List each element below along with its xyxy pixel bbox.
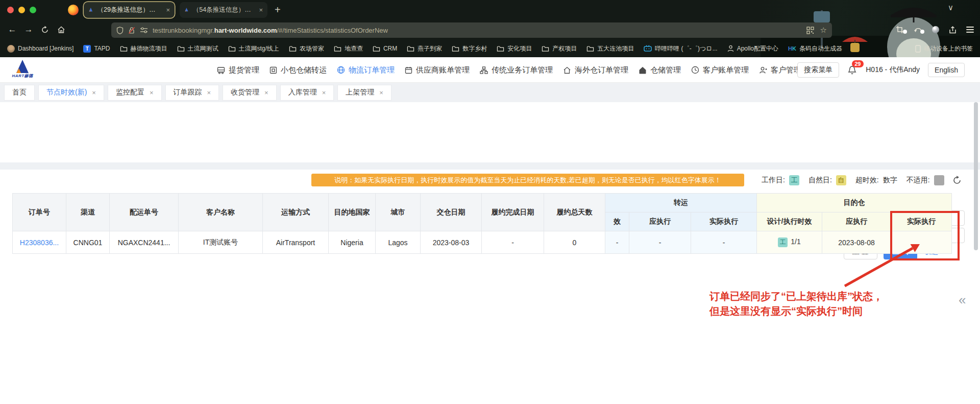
page-tab[interactable]: 订单跟踪 × — [165, 85, 219, 101]
group-transfer: 转运 — [605, 194, 757, 212]
nav-item-logistics-orders[interactable]: 物流订单管理 — [337, 65, 395, 75]
bookmark-item[interactable]: 燕子到家 — [407, 44, 442, 53]
bookmark-label: Apollo配置中心 — [737, 44, 778, 53]
forward-button[interactable]: → — [20, 25, 37, 35]
notifications[interactable]: 29 — [847, 65, 857, 75]
bookmark-item[interactable]: CRM — [373, 45, 397, 52]
mobile-bookmarks-item[interactable]: 移动设备上的书签 — [915, 44, 973, 53]
close-tab-icon[interactable]: × — [166, 6, 170, 14]
close-icon[interactable]: × — [322, 89, 326, 97]
bookmark-item[interactable]: HK 条码自动生成器 — [788, 44, 842, 53]
app-logo[interactable]: HART赫德 — [11, 59, 34, 79]
notice-banner: 说明：如果无实际执行日期，执行时效展示的值为截至当天为止已经消耗的天数,若已超期… — [311, 174, 744, 186]
close-window-button[interactable] — [7, 7, 14, 13]
bookmark-star-icon[interactable]: ☆ — [820, 26, 827, 35]
nav-item-overseas-warehouse-orders[interactable]: 海外仓订单管理 — [563, 65, 628, 75]
col-transfer-due: 应执行 — [629, 212, 691, 231]
avatar-icon — [7, 45, 15, 53]
folder-icon — [497, 45, 504, 52]
folder-icon — [334, 45, 341, 52]
address-bar[interactable]: testtrunkbookingmgr.hart-worldwide.com/#… — [111, 22, 832, 38]
page-tab[interactable]: 首页 — [4, 85, 35, 101]
page-tab[interactable]: 收货管理 × — [223, 85, 277, 101]
page-tab[interactable]: 监控配置 × — [108, 85, 162, 101]
folder-icon — [373, 45, 380, 52]
bookmark-item[interactable]: 产权项目 — [542, 44, 577, 53]
nav-item-customer-mgmt[interactable]: 客户管理 — [759, 65, 801, 75]
nav-item-parcel-warehouse[interactable]: 小包仓储转运 — [270, 65, 327, 75]
package-icon — [270, 66, 277, 74]
app-header: HART赫德 提货管理 小包仓储转运 物流订单管理 供应商账单管理 传统业务订单… — [0, 57, 980, 83]
chevron-down-icon[interactable]: ∨ — [948, 3, 953, 12]
undo-arrow-icon[interactable] — [914, 26, 922, 33]
bookmark-item[interactable]: 哔哩哔哩 (゜-゜)つロ... — [644, 44, 717, 53]
extension-ball-icon[interactable] — [932, 26, 939, 33]
nav-item-warehouse-mgmt[interactable]: 仓储管理 — [639, 65, 681, 75]
bookmark-item[interactable]: 数字乡村 — [452, 44, 487, 53]
bookmark-item[interactable]: Dashboard [Jenkins] — [7, 45, 74, 53]
cell-city: Lagos — [376, 231, 421, 254]
col-order-no: 订单号 — [13, 194, 66, 231]
page-tab[interactable]: 节点时效(新) × — [38, 85, 104, 101]
close-icon[interactable]: × — [150, 89, 154, 97]
folder-icon — [407, 45, 414, 52]
page-tab[interactable]: 入库管理 × — [280, 85, 334, 101]
page-tab-label: 上架管理 — [346, 88, 374, 97]
home-button[interactable] — [53, 26, 69, 34]
url-text[interactable]: testtrunkbookingmgr.hart-worldwide.com/#… — [153, 27, 388, 34]
new-tab-button[interactable]: + — [275, 4, 281, 16]
app-logo-text: HART赫德 — [11, 73, 34, 79]
bookmark-item[interactable]: 地查查 — [334, 44, 363, 53]
bookmark-item[interactable]: 土流网测试 — [177, 44, 218, 53]
refresh-icon[interactable] — [952, 176, 962, 185]
close-tab-icon[interactable]: × — [259, 6, 263, 14]
col-delivery-no: 配运单号 — [110, 194, 179, 231]
bookmark-item[interactable]: T TAPD — [83, 45, 110, 53]
bookmark-item[interactable]: 农场管家 — [289, 44, 324, 53]
close-icon[interactable]: × — [264, 89, 268, 97]
notification-badge: 29 — [852, 60, 863, 67]
cell-order-no: H2308036... — [13, 231, 66, 254]
bookmark-label: 五大连池项目 — [597, 44, 634, 53]
page-tab-label: 监控配置 — [116, 88, 144, 97]
user-label[interactable]: H016 - 代伟Andy — [866, 65, 920, 75]
permissions-icon[interactable] — [140, 27, 148, 34]
cell-transport: AirTransport — [263, 231, 329, 254]
menu-icon[interactable] — [966, 25, 974, 34]
home-outline-icon — [563, 66, 571, 74]
screenshot-icon[interactable] — [896, 26, 904, 34]
col-customer: 客户名称 — [179, 194, 263, 231]
nav-item-traditional-orders[interactable]: 传统业务订单管理 — [480, 65, 553, 75]
back-button[interactable]: ← — [4, 25, 20, 35]
close-icon[interactable]: × — [207, 89, 211, 97]
qr-code-icon[interactable] — [806, 27, 814, 34]
share-icon[interactable] — [949, 26, 957, 34]
browser-tab[interactable]: （29条推送信息）节点时效(新) - × — [84, 2, 175, 18]
folder-icon — [228, 45, 236, 52]
tab-title: （54条推送信息）全部订单 - 赫德 — [193, 6, 253, 14]
bookmark-item[interactable]: 五大连池项目 — [586, 44, 634, 53]
overdue-sample: 数字 — [883, 176, 897, 185]
user-icon — [759, 66, 767, 74]
browser-tab[interactable]: （54条推送信息）全部订单 - 赫德 × — [180, 2, 267, 18]
bookmark-label: 数字乡村 — [462, 44, 487, 53]
language-button[interactable]: English — [928, 63, 965, 77]
close-icon[interactable]: × — [92, 89, 96, 97]
nav-item-customer-bills[interactable]: 客户账单管理 — [691, 65, 749, 75]
nav-item-supplier-bills[interactable]: 供应商账单管理 — [405, 65, 470, 75]
shield-icon[interactable] — [116, 27, 124, 34]
bookmark-item[interactable]: 赫德物流项目 — [120, 44, 167, 53]
minimize-window-button[interactable] — [18, 7, 25, 13]
nav-item-pickup[interactable]: 提货管理 — [217, 65, 259, 75]
bookmark-item[interactable]: 土流网stg/线上 — [228, 44, 279, 53]
lock-disabled-icon[interactable] — [128, 27, 135, 34]
bookmark-item[interactable]: 安化项目 — [497, 44, 532, 53]
close-icon[interactable]: × — [379, 89, 383, 97]
group-destination-warehouse: 目的仓 — [757, 194, 952, 212]
bookmark-item[interactable]: Apollo配置中心 — [727, 44, 778, 53]
page-tab[interactable]: 上架管理 × — [337, 85, 391, 101]
search-menu-button[interactable]: 搜索菜单 — [797, 62, 839, 78]
zoom-window-button[interactable] — [30, 7, 36, 13]
reload-button[interactable] — [37, 26, 53, 34]
order-link[interactable]: H2308036... — [20, 239, 59, 247]
